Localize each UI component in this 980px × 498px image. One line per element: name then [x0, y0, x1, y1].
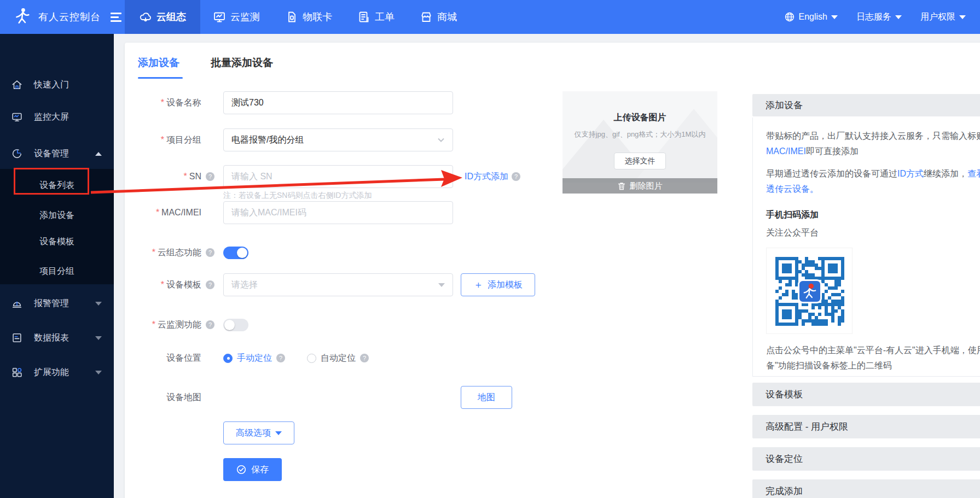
id-method-link[interactable]: ID方式	[897, 169, 924, 178]
globe-icon	[784, 11, 795, 22]
device-template-select[interactable]: 请选择	[223, 273, 453, 296]
chevron-down-icon	[95, 302, 102, 306]
sim-card-icon	[285, 10, 298, 24]
help-section-finish-add[interactable]: 完成添加	[752, 479, 980, 498]
qr-caption: 点击公众号中的主菜单"云平台-有人云"进入手机端，使用"添加设备"功能扫描设备标…	[766, 343, 980, 373]
top-navbar: 有人云控制台 云组态 云监测 物联卡 工单	[0, 0, 980, 34]
scan-code-subtitle: 手机扫码添加	[766, 207, 980, 222]
user-permission-menu[interactable]: 用户权限	[920, 11, 966, 23]
screen-icon	[11, 111, 23, 123]
cloud-scada-row: 云组态功能 ?	[125, 241, 563, 264]
sidebar-item-device-template[interactable]: 设备模板	[0, 229, 114, 254]
upload-title: 上传设备图片	[563, 112, 717, 124]
sidebar-item-data-report[interactable]: 数据报表	[0, 325, 114, 350]
help-question-icon[interactable]: ?	[206, 280, 214, 289]
sidebar-item-quick-start[interactable]: 快速入门	[0, 72, 114, 97]
radio-manual-locate[interactable]: 手动定位 ?	[223, 353, 285, 364]
chevron-down-icon	[437, 136, 445, 144]
device-manage-submenu: 设备列表 添加设备 设备模板 项目分组	[0, 169, 114, 284]
qr-center-logo	[798, 279, 822, 303]
device-image-upload: 上传设备图片 仅支持jpg、gif、png格式；大小为1M以内 选择文件 删除图…	[563, 91, 717, 194]
chevron-down-icon	[95, 336, 102, 340]
device-template-row: 设备模板 ? 请选择 ＋ 添加模板	[125, 273, 563, 296]
project-group-select[interactable]: 电器报警/我的分组	[223, 128, 453, 151]
device-map-row: 设备地图 地图	[125, 386, 563, 409]
log-service-menu[interactable]: 日志服务	[856, 11, 902, 23]
sidebar-item-alarm-manage[interactable]: 报警管理	[0, 291, 114, 316]
help-body: 带贴标的产品，出厂默认支持接入云服务，只需输入标贴上的SN或MAC/IMEI即可…	[752, 118, 980, 377]
hamburger-icon[interactable]	[111, 13, 121, 22]
cloud-monitor-toggle[interactable]	[223, 319, 248, 331]
help-section-advanced-config[interactable]: 高级配置 - 用户权限	[752, 415, 980, 438]
cloud-scada-label: 云组态功能	[125, 241, 201, 264]
device-name-input[interactable]	[223, 91, 453, 114]
sn-label: SN	[125, 165, 201, 188]
help-question-icon[interactable]: ?	[206, 320, 214, 329]
navbar-right: English 日志服务 用户权限	[784, 0, 980, 34]
save-button[interactable]: 保存	[223, 458, 282, 481]
delete-image-button[interactable]: 删除图片	[563, 178, 717, 194]
device-manage-icon	[11, 148, 23, 160]
help-section-device-locate[interactable]: 设备定位	[752, 447, 980, 471]
cloud-monitor-row: 云监测功能 ?	[125, 313, 563, 336]
map-button[interactable]: 地图	[461, 386, 512, 409]
check-circle-icon	[236, 465, 246, 474]
logo-red-dot	[809, 284, 814, 289]
extension-icon	[11, 366, 23, 378]
alarm-icon	[11, 297, 23, 309]
project-group-label: 项目分组	[125, 128, 201, 151]
nav-tab-cloud-scada[interactable]: 云组态	[125, 0, 200, 34]
cloud-scada-toggle[interactable]	[223, 247, 248, 259]
follow-public-account: 关注公众平台	[766, 225, 980, 241]
help-question-icon[interactable]: ?	[512, 172, 520, 181]
nav-tab-mall[interactable]: 商城	[407, 0, 469, 34]
sidebar-item-monitor-screen[interactable]: 监控大屏	[0, 104, 114, 130]
mac-imei-row: MAC/IMEI	[125, 201, 563, 224]
help-section-add-device[interactable]: 添加设备	[752, 94, 980, 116]
brand: 有人云控制台	[0, 0, 125, 34]
store-icon	[420, 10, 433, 24]
language-menu[interactable]: English	[784, 11, 838, 22]
work-order-icon	[357, 10, 370, 24]
chevron-down-icon	[895, 15, 902, 19]
tab-batch-add-device[interactable]: 批量添加设备	[211, 52, 273, 74]
sidebar-item-device-list[interactable]: 设备列表	[0, 173, 114, 198]
sidebar-item-add-device[interactable]: 添加设备	[0, 203, 114, 228]
caret-down-icon	[275, 431, 282, 435]
sn-input[interactable]	[223, 165, 453, 188]
help-question-icon[interactable]: ?	[206, 172, 214, 181]
device-location-row: 设备位置 手动定位 ? 自动定位 ?	[125, 347, 563, 370]
tab-add-device[interactable]: 添加设备	[138, 52, 179, 74]
mac-imei-link[interactable]: MAC/IMEI	[766, 147, 806, 156]
device-name-label: 设备名称	[125, 91, 201, 114]
qr-code	[766, 248, 853, 334]
mac-imei-input[interactable]	[223, 201, 453, 224]
choose-file-button[interactable]: 选择文件	[614, 153, 666, 169]
help-question-icon[interactable]: ?	[206, 248, 214, 257]
sidebar-item-project-group[interactable]: 项目分组	[0, 259, 114, 284]
help-paragraph: 带贴标的产品，出厂默认支持接入云服务，只需输入标贴上的SN或MAC/IMEI即可…	[766, 128, 980, 159]
chevron-down-icon	[831, 15, 838, 19]
person-logo-icon	[13, 7, 32, 27]
add-by-id-link[interactable]: ID方式添加 ?	[465, 165, 520, 188]
help-section-device-template[interactable]: 设备模板	[752, 383, 980, 406]
help-question-icon[interactable]: ?	[276, 354, 285, 362]
active-tab-underline	[138, 77, 183, 79]
sidebar-item-extensions[interactable]: 扩展功能	[0, 360, 114, 385]
nav-tab-iot-card[interactable]: 物联卡	[272, 0, 345, 34]
cloud-icon	[139, 10, 152, 24]
radio-auto-locate[interactable]: 自动定位 ?	[307, 353, 369, 364]
radio-icon	[307, 354, 316, 363]
device-map-label: 设备地图	[125, 386, 201, 409]
advanced-options-button[interactable]: 高级选项	[223, 421, 294, 444]
brand-title: 有人云控制台	[38, 10, 101, 24]
home-icon	[11, 79, 23, 91]
nav-tab-cloud-monitor[interactable]: 云监测	[200, 0, 272, 34]
chevron-down-icon	[95, 371, 102, 374]
add-template-button[interactable]: ＋ 添加模板	[461, 273, 535, 296]
location-radio-group: 手动定位 ? 自动定位 ?	[223, 347, 369, 370]
help-question-icon[interactable]: ?	[360, 354, 369, 362]
sidebar-item-device-manage[interactable]: 设备管理	[0, 141, 114, 166]
nav-tab-work-order[interactable]: 工单	[345, 0, 407, 34]
upload-hint: 仅支持jpg、gif、png格式；大小为1M以内	[563, 130, 717, 139]
